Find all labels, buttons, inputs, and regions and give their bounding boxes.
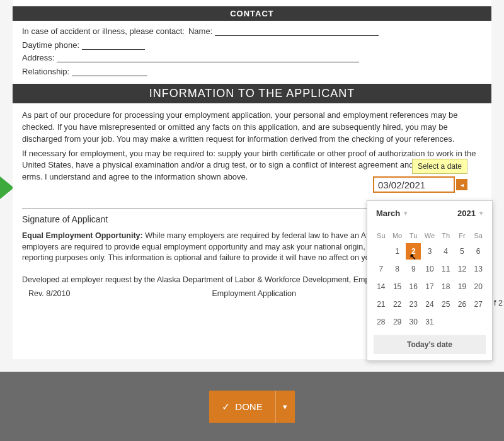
info-p2-a: If necessary for employment, you may be … — [22, 149, 476, 170]
cursor-icon: ↖ — [410, 252, 416, 261]
side-indicator-arrow — [0, 176, 14, 199]
chevron-down-icon[interactable]: ▾ — [479, 209, 483, 217]
calendar-day-empty: . — [455, 314, 470, 330]
todays-date-button[interactable]: Today's date — [374, 335, 486, 354]
calendar-day[interactable]: 22 — [390, 296, 405, 312]
calendar-day-empty: . — [438, 314, 454, 330]
calendar-day[interactable]: 24 — [422, 296, 437, 312]
calendar-day[interactable]: 6 — [471, 243, 486, 260]
section-header: INFORMATION TO THE APPLICANT — [13, 84, 491, 103]
done-dropdown-toggle[interactable]: ▾ — [276, 391, 295, 423]
address-label: Address: — [22, 53, 54, 62]
daytime-phone-label: Daytime phone: — [22, 40, 79, 50]
chevron-down-icon: ▾ — [283, 402, 287, 411]
calendar-popup: March ▾ 2021 ▾ SuMoTuWeThFrSa.12↖3456789… — [367, 200, 493, 361]
calendar-header: March ▾ 2021 ▾ — [374, 209, 486, 218]
calendar-grid: SuMoTuWeThFrSa.12↖3456789101112131415161… — [374, 229, 486, 330]
calendar-day[interactable]: 20 — [471, 278, 486, 295]
calendar-day[interactable]: 16 — [406, 278, 421, 295]
calendar-day[interactable]: 9 — [406, 261, 421, 277]
chevron-down-icon[interactable]: ▾ — [404, 209, 408, 217]
calendar-day[interactable]: 23 — [406, 296, 421, 312]
done-button-group: ✓ DONE ▾ — [209, 391, 294, 423]
contact-row-1: In case of accident or illness, please c… — [22, 26, 482, 50]
calendar-day[interactable]: 13 — [471, 261, 486, 277]
name-label: Name: — [188, 26, 212, 36]
contact-row-2: Address: Relationship: — [22, 52, 482, 76]
calendar-day[interactable]: 2↖ — [406, 243, 421, 260]
calendar-dow: Fr — [455, 229, 470, 242]
calendar-day[interactable]: 17 — [422, 278, 437, 295]
contact-header: CONTACT — [13, 6, 491, 21]
address-field[interactable] — [57, 52, 359, 62]
page-number-fragment: f 2 — [494, 299, 503, 307]
calendar-dow: Th — [438, 229, 454, 242]
eeo-bold: Equal Employment Opportunity: — [22, 231, 143, 240]
bottom-bar: ✓ DONE ▾ — [0, 372, 504, 441]
calendar-day[interactable]: 21 — [374, 296, 389, 312]
calendar-day[interactable]: 12 — [455, 261, 470, 277]
calendar-day[interactable]: 8 — [390, 261, 405, 277]
calendar-day[interactable]: 11 — [438, 261, 454, 277]
calendar-day[interactable]: 14 — [374, 278, 389, 295]
calendar-day[interactable]: 4 — [438, 243, 454, 260]
calendar-day[interactable]: 15 — [390, 278, 405, 295]
done-label: DONE — [235, 401, 262, 412]
date-picker-button[interactable]: ◂ — [456, 179, 467, 190]
date-field-group: ◂ — [373, 176, 467, 193]
calendar-day[interactable]: 30 — [406, 314, 421, 330]
daytime-phone-field[interactable] — [82, 40, 145, 50]
date-input[interactable] — [373, 176, 455, 193]
done-button[interactable]: ✓ DONE — [209, 391, 275, 423]
calendar-day[interactable]: 26 — [455, 296, 470, 312]
calendar-day[interactable]: 31 — [422, 314, 437, 330]
calendar-year[interactable]: 2021 — [457, 209, 476, 218]
calendar-month[interactable]: March — [376, 209, 400, 218]
date-tooltip: Select a date — [412, 159, 467, 174]
info-paragraph-1: As part of our procedure for processing … — [22, 110, 482, 146]
calendar-day[interactable]: 3 — [422, 243, 437, 260]
revision: Rev. 8/2010 — [28, 289, 70, 298]
check-icon: ✓ — [222, 401, 230, 413]
calendar-dow: We — [422, 229, 437, 242]
relationship-field[interactable] — [72, 66, 147, 76]
calendar-day[interactable]: 25 — [438, 296, 454, 312]
calendar-dow: Sa — [471, 229, 486, 242]
name-field[interactable] — [215, 26, 379, 36]
calendar-day[interactable]: 27 — [471, 296, 486, 312]
calendar-day[interactable]: 18 — [438, 278, 454, 295]
calendar-dow: Su — [374, 229, 389, 242]
relationship-label: Relationship: — [22, 67, 69, 76]
calendar-day[interactable]: 29 — [390, 314, 405, 330]
info-p2-b: erms. I understand and agree to the info… — [22, 172, 248, 181]
contact-prompt: In case of accident or illness, please c… — [22, 26, 185, 36]
calendar-dow: Tu — [406, 229, 421, 242]
calendar-dow: Mo — [390, 229, 405, 242]
calendar-day[interactable]: 7 — [374, 261, 389, 277]
calendar-day-empty: . — [471, 314, 486, 330]
calendar-day[interactable]: 1 — [390, 243, 405, 260]
calendar-day-empty: . — [374, 243, 389, 260]
calendar-day[interactable]: 10 — [422, 261, 437, 277]
calendar-day[interactable]: 19 — [455, 278, 470, 295]
calendar-day[interactable]: 5 — [455, 243, 470, 260]
calendar-icon: ◂ — [461, 181, 464, 188]
calendar-day[interactable]: 28 — [374, 314, 389, 330]
